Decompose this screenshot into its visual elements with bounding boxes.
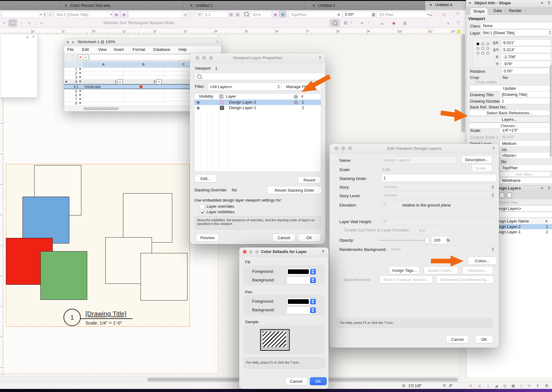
- color-stepper-icon[interactable]: [310, 299, 316, 304]
- drawing-title-text[interactable]: [Drawing Title]: [85, 310, 126, 317]
- tool-flip-icon[interactable]: ⇋: [38, 19, 45, 27]
- vlp-ok-button[interactable]: OK: [298, 234, 321, 242]
- tab-close-icon[interactable]: ×: [313, 3, 315, 8]
- multi-view-icon[interactable]: ▦: [272, 11, 279, 18]
- pen-foreground-swatch[interactable]: [286, 298, 317, 306]
- tab-render[interactable]: Render: [509, 8, 522, 13]
- tab-close-icon[interactable]: ×: [65, 3, 67, 8]
- ratio-field[interactable]: 1:1: [203, 11, 228, 18]
- menu-insert[interactable]: Insert: [114, 47, 124, 52]
- row-arrow-icon[interactable]: ▶: [80, 89, 81, 92]
- cdl-ok-button[interactable]: OK: [310, 377, 327, 385]
- close-traffic-light[interactable]: [334, 146, 338, 150]
- menu-database[interactable]: Database: [153, 47, 170, 52]
- annotate-pencil-icon[interactable]: ✏: [359, 19, 366, 27]
- class-dropdown[interactable]: [129, 11, 188, 18]
- colors-button[interactable]: Colors...: [468, 257, 497, 265]
- page-icon[interactable]: □: [47, 11, 54, 18]
- row-arrow-icon[interactable]: ▶: [80, 67, 81, 70]
- formula-cancel-button[interactable]: ×: [78, 55, 83, 60]
- revert-button[interactable]: Revert: [298, 176, 321, 184]
- canvas-hscrollbar[interactable]: [0, 377, 460, 382]
- visibility-eye-icon[interactable]: ◉: [196, 100, 200, 104]
- opacity-field[interactable]: 100: [431, 236, 448, 244]
- worksheet-close-icon[interactable]: ×: [67, 40, 69, 44]
- row-number[interactable]: 7: [64, 97, 77, 101]
- vlp-row-design-layer-1[interactable]: ◉ V Design Layer-1 2: [194, 105, 321, 111]
- select-back-refs-button[interactable]: Select Back References...: [469, 110, 550, 116]
- palette-scroll-thumb[interactable]: [550, 65, 552, 157]
- anchor-dot[interactable]: [476, 43, 479, 45]
- anchor-dot[interactable]: [486, 52, 489, 55]
- anchor-dot[interactable]: [481, 43, 484, 45]
- worksheet-hscroll-thumb[interactable]: [83, 107, 119, 110]
- rect-green[interactable]: [40, 251, 87, 300]
- object-info-header[interactable]: × Object Info - Shape ≡ ?: [466, 0, 552, 7]
- vlp-help-icon[interactable]: ?: [319, 53, 321, 63]
- class-dropdown[interactable]: None: [480, 22, 552, 29]
- viewport-window-icon[interactable]: ▦: [113, 11, 120, 18]
- row-arrow-icon[interactable]: ▶: [80, 101, 81, 104]
- scale-ruler-icon[interactable]: ≡: [196, 11, 203, 18]
- tab-untitled-4-active[interactable]: × Untitled 4: [425, 1, 466, 10]
- snap-point-icon[interactable]: ◇: [520, 383, 523, 388]
- scale-dropdown[interactable]: 1/4"=1'0": [500, 127, 552, 133]
- anchor-dot[interactable]: [481, 47, 484, 50]
- tab-data[interactable]: Data: [493, 8, 502, 13]
- tool-marquee-icon[interactable]: [8, 19, 17, 27]
- angle-field[interactable]: 0.00°: [343, 11, 372, 18]
- preview-button[interactable]: Preview: [196, 234, 219, 242]
- menu-help[interactable]: Help: [178, 47, 187, 52]
- row-arrow-icon[interactable]: ▶: [80, 80, 81, 83]
- gear-chevron-icon[interactable]: ▽: [350, 21, 352, 24]
- y-field[interactable]: .979": [501, 61, 551, 67]
- snap-edge-icon[interactable]: ▣: [511, 383, 515, 388]
- zoom-traffic-light[interactable]: [348, 146, 352, 150]
- layer-visibilities-checkbox[interactable]: [200, 210, 205, 215]
- none-dropdown[interactable]: <None>: [500, 152, 552, 159]
- palette-help-icon[interactable]: ?: [548, 1, 550, 5]
- zoom-objects-icon[interactable]: ▤: [234, 11, 241, 18]
- minimize-traffic-light[interactable]: [202, 56, 206, 60]
- layer-edit-icon[interactable]: [507, 193, 512, 198]
- row-number[interactable]: 4.1: [64, 85, 78, 88]
- fill-background-swatch[interactable]: [286, 276, 317, 284]
- row-number[interactable]: 4: [64, 80, 77, 84]
- tab-close-icon[interactable]: ×: [430, 2, 432, 7]
- tab-untitled-2[interactable]: Untitled 2: [196, 3, 213, 8]
- stacking-order-field[interactable]: 1: [381, 174, 497, 182]
- cdl-cancel-button[interactable]: Cancel: [285, 377, 307, 385]
- toolbar-expand-icon[interactable]: ▽: [456, 11, 459, 16]
- dx-field[interactable]: 6.021": [501, 39, 551, 46]
- drawing-number-field[interactable]: 1: [500, 98, 552, 104]
- row-arrow-icon[interactable]: ▶: [80, 93, 81, 96]
- stack-order-icon[interactable]: [293, 100, 299, 104]
- saved-view-dropdown[interactable]: [2, 11, 45, 18]
- close-traffic-light[interactable]: [195, 56, 199, 60]
- rect-blue[interactable]: [22, 197, 69, 243]
- rotation-field[interactable]: 0.00°: [501, 68, 550, 74]
- flyover-icon[interactable]: ◈: [279, 10, 286, 18]
- palette-close-icon[interactable]: ×: [469, 1, 471, 5]
- vlp-row-design-layer-2[interactable]: ◉ ◇ Design Layer-2 1: [194, 100, 321, 105]
- snap-align-icon[interactable]: ≡: [528, 383, 530, 388]
- worksheet-zoom-icon[interactable]: +: [72, 40, 74, 44]
- description-button[interactable]: Description...: [461, 156, 492, 164]
- render-mode-dropdown[interactable]: 2D Plan: [377, 11, 432, 18]
- visibility-eye-icon[interactable]: ◉: [196, 105, 200, 110]
- row-arrow-icon[interactable]: ▶: [80, 71, 81, 74]
- menu-edit[interactable]: Edit: [82, 47, 89, 52]
- snap-center-icon[interactable]: ◎: [503, 383, 506, 388]
- snap-perp-icon[interactable]: ⊥: [486, 383, 490, 388]
- worksheet-titlebar[interactable]: × + Worksheet-1 @ 100% ?: [64, 39, 221, 47]
- zoom-icon[interactable]: [244, 12, 249, 16]
- resources-book-icon[interactable]: ▤: [401, 19, 408, 27]
- render-options-icon[interactable]: ☕: [378, 19, 386, 27]
- anchor-dot[interactable]: [476, 47, 479, 50]
- assign-tags-button[interactable]: Assign Tags...: [389, 266, 420, 274]
- col-header-a[interactable]: A: [83, 62, 124, 67]
- rect-cream-4[interactable]: [141, 253, 187, 300]
- detail-level-dropdown[interactable]: Medium: [500, 140, 552, 147]
- toolbar2-expand-icon[interactable]: ▽: [457, 20, 460, 25]
- pencil-chevron-icon[interactable]: ▽: [368, 21, 370, 24]
